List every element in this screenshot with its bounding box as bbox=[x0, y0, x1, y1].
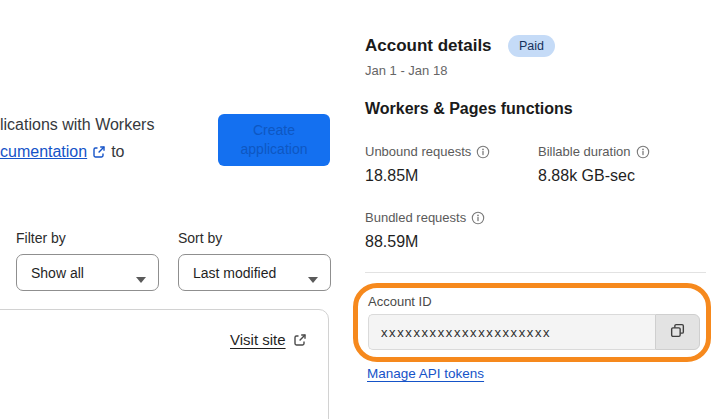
external-link-icon bbox=[293, 333, 307, 347]
filter-dropdown-value: Show all bbox=[31, 265, 84, 281]
account-id-field-group bbox=[368, 314, 700, 350]
visit-site-link[interactable]: Visit site bbox=[230, 331, 307, 348]
account-id-label: Account ID bbox=[368, 294, 432, 309]
intro-text-line2: cumentation to bbox=[0, 143, 125, 161]
info-icon[interactable] bbox=[471, 211, 485, 225]
paid-badge: Paid bbox=[508, 35, 555, 57]
metric-label: Bundled requests bbox=[365, 210, 466, 225]
section-divider bbox=[365, 272, 706, 273]
info-icon[interactable] bbox=[636, 145, 650, 159]
copy-icon bbox=[669, 322, 686, 343]
sort-dropdown-value: Last modified bbox=[193, 265, 276, 281]
copy-button[interactable] bbox=[655, 314, 700, 350]
filter-by-label: Filter by bbox=[16, 230, 66, 246]
visit-site-label: Visit site bbox=[230, 331, 286, 348]
metric-label: Billable duration bbox=[538, 144, 631, 159]
metric-unbound-requests: Unbound requests 18.85M bbox=[365, 144, 490, 185]
manage-api-tokens-link[interactable]: Manage API tokens bbox=[367, 366, 484, 381]
account-details-title: Account details bbox=[365, 36, 492, 56]
create-application-button[interactable]: Create application bbox=[218, 114, 330, 166]
application-card bbox=[0, 309, 329, 419]
workers-pages-dashboard: lications with Workers cumentation to Cr… bbox=[0, 0, 718, 419]
intro-text-after-link: to bbox=[111, 143, 124, 161]
metric-billable-duration: Billable duration 8.88k GB-sec bbox=[538, 144, 650, 185]
date-range: Jan 1 - Jan 18 bbox=[365, 63, 447, 78]
metric-value: 18.85M bbox=[365, 167, 490, 185]
workers-pages-functions-title: Workers & Pages functions bbox=[365, 100, 573, 118]
chevron-down-icon bbox=[308, 270, 318, 276]
documentation-link[interactable]: cumentation bbox=[0, 143, 87, 161]
sort-by-label: Sort by bbox=[178, 230, 222, 246]
sort-dropdown[interactable]: Last modified bbox=[178, 254, 331, 291]
intro-text-line1: lications with Workers bbox=[0, 116, 154, 134]
chevron-down-icon bbox=[136, 270, 146, 276]
filter-dropdown[interactable]: Show all bbox=[16, 254, 159, 291]
metric-value: 8.88k GB-sec bbox=[538, 167, 650, 185]
external-link-icon bbox=[92, 145, 106, 159]
metric-value: 88.59M bbox=[365, 233, 485, 251]
info-icon[interactable] bbox=[476, 145, 490, 159]
metric-label: Unbound requests bbox=[365, 144, 471, 159]
metric-bundled-requests: Bundled requests 88.59M bbox=[365, 210, 485, 251]
account-id-input[interactable] bbox=[368, 314, 655, 350]
